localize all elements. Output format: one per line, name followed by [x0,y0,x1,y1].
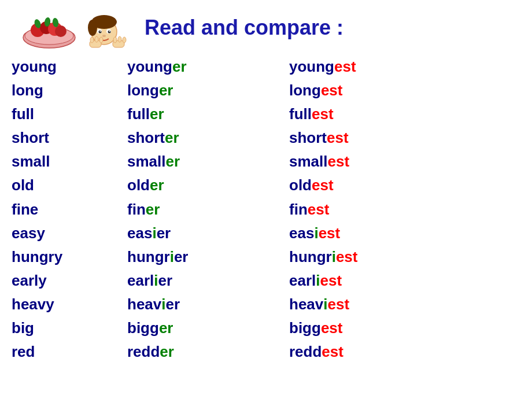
superlative-word: fullest [289,102,486,126]
base-word: long [12,79,127,102]
comparative-word: longer [127,79,289,102]
superlative-word: reddest [289,340,486,364]
comparative-word: smaller [127,150,289,173]
header: Read and compare : [0,0,532,52]
base-word: easy [12,221,127,245]
svg-point-5 [55,25,66,37]
base-word: red [12,340,127,364]
superlative-word: oldest [289,173,486,197]
superlative-word: shortest [289,126,486,150]
comparative-word: earlier [127,269,289,293]
page-title: Read and compare : [145,16,343,40]
svg-point-25 [118,36,121,42]
superlative-word: hungriest [289,245,486,269]
comparative-word: shorter [127,126,289,150]
word-grid: youngyoungeryoungestlonglongerlongestful… [0,52,532,364]
svg-point-23 [99,37,103,43]
base-word: young [12,55,127,79]
svg-point-11 [88,20,97,36]
base-word: big [12,316,127,340]
svg-point-26 [123,37,126,43]
comparative-word: easier [127,221,289,245]
superlative-word: youngest [289,55,486,79]
base-word: heavy [12,293,127,316]
comparative-word: younger [127,55,289,79]
superlative-word: finest [289,198,486,221]
base-word: early [12,269,127,293]
comparative-word: finer [127,198,289,221]
svg-point-17 [109,31,110,32]
superlative-word: easiest [289,221,486,245]
illustration [12,6,139,49]
comparative-word: older [127,173,289,197]
superlative-word: longest [289,79,486,102]
superlative-word: biggest [289,316,486,340]
comparative-word: heavier [127,293,289,316]
svg-point-24 [113,37,117,43]
base-word: old [12,173,127,197]
svg-point-18 [102,35,106,37]
comparative-word: bigger [127,316,289,340]
superlative-word: heaviest [289,293,486,316]
base-word: full [12,102,127,126]
svg-point-21 [90,37,94,43]
base-word: fine [12,198,127,221]
comparative-word: redder [127,340,289,364]
superlative-word: earliest [289,269,486,293]
base-word: hungry [12,245,127,269]
base-word: short [12,126,127,150]
comparative-word: fuller [127,102,289,126]
comparative-word: hungrier [127,245,289,269]
superlative-word: smallest [289,150,486,173]
base-word: small [12,150,127,173]
svg-point-16 [100,31,101,32]
svg-point-22 [95,36,98,42]
